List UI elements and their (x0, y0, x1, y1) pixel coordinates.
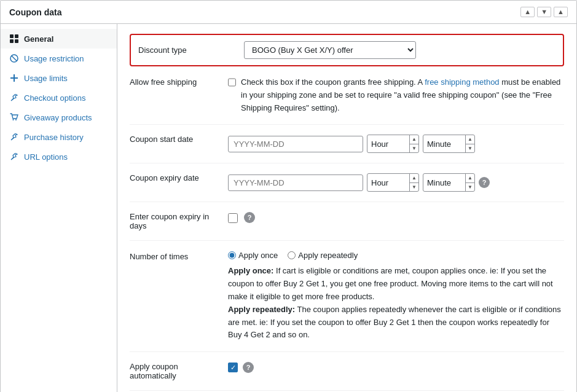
expiry-hour-arrows: ▲ ▼ (409, 174, 418, 191)
expiry-hour-up[interactable]: ▲ (410, 174, 418, 183)
apply-auto-help-icon[interactable]: ? (243, 362, 254, 373)
collapse-down-button[interactable]: ▼ (537, 7, 551, 17)
sidebar-item-checkout-options[interactable]: Checkout options (1, 88, 117, 108)
coupon-expiry-date-content: Hour ▲ ▼ Minute ▲ ▼ (228, 173, 564, 192)
expand-button[interactable]: ▲ (554, 7, 568, 17)
grid-icon (9, 34, 19, 44)
allow-free-shipping-checkbox[interactable] (228, 77, 236, 87)
expiry-minute-label: Minute (423, 178, 465, 187)
expiry-minute-down[interactable]: ▼ (466, 183, 474, 192)
apply-once-desc: If cart is eligible or conditions are me… (228, 266, 553, 301)
sidebar-item-usage-limits[interactable]: Usage limits (1, 68, 117, 88)
svg-line-5 (12, 56, 17, 61)
coupon-expiry-days-row: Enter coupon expiry in days ? (130, 212, 564, 241)
svg-rect-2 (10, 39, 14, 43)
collapse-up-button[interactable]: ▲ (520, 7, 535, 17)
apply-repeatedly-radio[interactable] (288, 251, 296, 259)
sidebar: General Usage restriction (1, 24, 117, 392)
panel-header: Coupon data ▲ ▼ ▲ (1, 1, 576, 24)
expiry-hour-down[interactable]: ▼ (410, 183, 418, 192)
apply-coupon-automatically-row: Apply coupon automatically ✓ ? (130, 362, 564, 391)
apply-repeatedly-bold: Apply repeatedly: (228, 305, 295, 314)
coupon-start-date-label: Coupon start date (130, 135, 228, 144)
apply-description: Apply once: If cart is eligible or condi… (228, 265, 564, 342)
panel-title: Coupon data (9, 7, 62, 17)
svg-rect-3 (15, 39, 18, 43)
allow-free-shipping-row: Allow free shipping Check this box if th… (130, 76, 564, 125)
discount-type-row: Discount type BOGO (Buy X Get X/Y) offer… (130, 34, 564, 66)
expiry-date-input[interactable] (228, 174, 363, 191)
allow-free-shipping-label: Allow free shipping (130, 76, 228, 87)
apply-repeatedly-option[interactable]: Apply repeatedly (288, 251, 358, 260)
cart-icon (9, 112, 19, 122)
expiry-minute-up[interactable]: ▲ (466, 174, 474, 183)
coupon-expiry-days-label: Enter coupon expiry in days (130, 212, 228, 230)
start-hour-down[interactable]: ▼ (410, 144, 418, 153)
sidebar-label-purchase-history: Purchase history (24, 133, 84, 142)
coupon-start-date-row: Coupon start date Hour ▲ ▼ Minute (130, 135, 564, 163)
plus-icon (9, 73, 19, 83)
sidebar-label-usage-restriction: Usage restriction (24, 54, 84, 63)
start-hour-spinner: Hour ▲ ▼ (367, 135, 419, 153)
coupon-body: General Usage restriction (1, 24, 576, 392)
header-controls: ▲ ▼ ▲ (520, 7, 568, 17)
sidebar-label-url-options: URL options (24, 152, 68, 162)
svg-point-9 (15, 119, 17, 120)
sidebar-item-general[interactable]: General (1, 29, 117, 49)
coupon-expiry-date-label: Coupon expiry date (130, 173, 228, 182)
discount-type-select[interactable]: BOGO (Buy X Get X/Y) offer Percentage di… (244, 41, 416, 59)
url-wrench-icon (9, 152, 19, 162)
svg-rect-1 (15, 34, 18, 38)
svg-rect-0 (10, 34, 14, 38)
sidebar-label-checkout-options: Checkout options (24, 93, 85, 103)
discount-type-label: Discount type (138, 45, 237, 55)
number-of-times-label: Number of times (130, 251, 228, 261)
sidebar-label-usage-limits: Usage limits (24, 74, 68, 83)
start-hour-label: Hour (367, 139, 409, 149)
sidebar-item-url-options[interactable]: URL options (1, 147, 117, 167)
radio-row: Apply once Apply repeatedly (228, 251, 564, 260)
start-hour-arrows: ▲ ▼ (409, 135, 418, 152)
apply-auto-checkbox[interactable]: ✓ (228, 363, 238, 372)
expiry-days-content: ? (228, 212, 255, 223)
sidebar-label-general: General (24, 34, 53, 44)
expiry-hour-spinner: Hour ▲ ▼ (367, 173, 419, 192)
expiry-date-help-icon[interactable]: ? (479, 177, 490, 188)
free-shipping-checkbox-row: Check this box if the coupon grants free… (228, 76, 564, 114)
apply-auto-content: ✓ ? (228, 362, 254, 373)
start-date-fields: Hour ▲ ▼ Minute ▲ ▼ (228, 135, 475, 153)
coupon-start-date-content: Hour ▲ ▼ Minute ▲ ▼ (228, 135, 564, 153)
expiry-days-checkbox[interactable] (228, 213, 238, 223)
expiry-minute-spinner: Minute ▲ ▼ (423, 173, 475, 192)
purchase-wrench-icon (9, 132, 19, 142)
sidebar-item-usage-restriction[interactable]: Usage restriction (1, 49, 117, 68)
start-minute-up[interactable]: ▲ (466, 135, 474, 144)
coupon-expiry-date-row: Coupon expiry date Hour ▲ ▼ Minute (130, 173, 564, 202)
shipping-description: Check this box if the coupon grants free… (241, 76, 564, 114)
free-shipping-method-link[interactable]: free shipping method (425, 77, 499, 87)
expiry-date-fields: Hour ▲ ▼ Minute ▲ ▼ (228, 173, 490, 192)
sidebar-item-purchase-history[interactable]: Purchase history (1, 127, 117, 147)
start-minute-down[interactable]: ▼ (466, 144, 474, 153)
start-date-input[interactable] (228, 136, 363, 152)
apply-coupon-automatically-label: Apply coupon automatically (130, 362, 228, 380)
expiry-minute-arrows: ▲ ▼ (465, 174, 474, 191)
sidebar-label-giveaway-products: Giveaway products (24, 113, 92, 122)
number-of-times-row: Number of times Apply once Apply repeate… (130, 251, 564, 352)
restriction-icon (9, 53, 19, 63)
expiry-hour-label: Hour (367, 178, 409, 187)
apply-once-bold: Apply once: (228, 266, 273, 275)
apply-once-radio[interactable] (228, 251, 236, 259)
apply-repeatedly-label: Apply repeatedly (298, 251, 358, 260)
apply-once-option[interactable]: Apply once (228, 251, 278, 260)
coupon-data-panel: Coupon data ▲ ▼ ▲ General (0, 0, 577, 392)
main-content: Discount type BOGO (Buy X Get X/Y) offer… (117, 24, 576, 392)
start-hour-up[interactable]: ▲ (410, 135, 418, 144)
allow-free-shipping-content: Check this box if the coupon grants free… (228, 76, 564, 114)
start-minute-spinner: Minute ▲ ▼ (423, 135, 475, 153)
expiry-days-help-icon[interactable]: ? (244, 212, 255, 223)
start-minute-label: Minute (423, 139, 465, 149)
number-of-times-content: Apply once Apply repeatedly Apply once: … (228, 251, 564, 342)
number-of-times-inner: Apply once Apply repeatedly Apply once: … (228, 251, 564, 342)
sidebar-item-giveaway-products[interactable]: Giveaway products (1, 108, 117, 127)
